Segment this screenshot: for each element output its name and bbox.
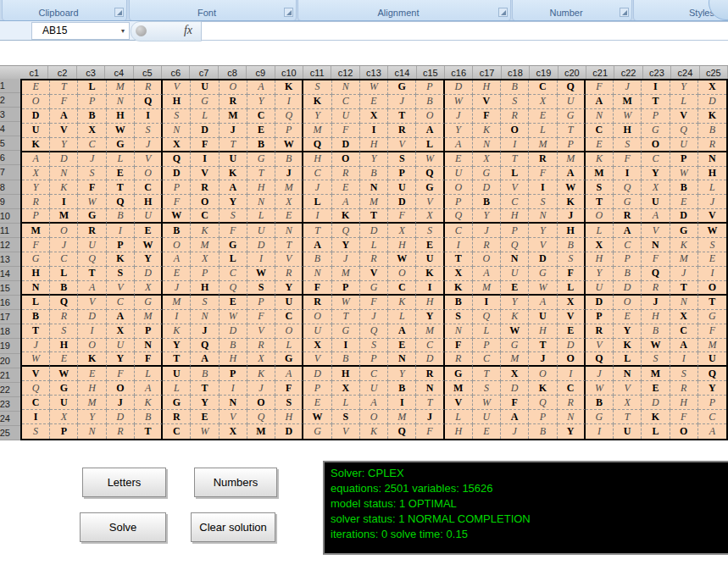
grid-cell-r5c6[interactable]: X [163, 138, 191, 152]
grid-cell-r17c18[interactable]: K [501, 310, 529, 324]
column-header[interactable]: c15 [417, 66, 445, 80]
grid-cell-r8c16[interactable]: O [445, 180, 473, 195]
grid-cell-r4c19[interactable]: L [529, 124, 557, 138]
grid-cell-r4c25[interactable]: B [698, 124, 726, 138]
grid-cell-r8c22[interactable]: Q [614, 180, 642, 195]
grid-cell-r10c15[interactable]: X [416, 209, 444, 224]
grid-cell-r14c10[interactable]: R [275, 267, 303, 281]
grid-cell-r12c23[interactable]: N [642, 238, 670, 252]
grid-cell-r7c3[interactable]: S [78, 167, 106, 181]
grid-cell-r4c9[interactable]: E [247, 124, 275, 138]
grid-cell-r19c18[interactable]: G [501, 339, 529, 353]
grid-cell-r24c21[interactable]: G [586, 410, 614, 424]
grid-cell-r21c20[interactable]: I [558, 367, 586, 381]
grid-cell-r22c5[interactable]: A [135, 381, 163, 396]
grid-cell-r6c20[interactable]: M [558, 152, 586, 167]
grid-cell-r21c2[interactable]: W [50, 367, 78, 381]
grid-cell-r18c18[interactable]: W [501, 324, 529, 339]
grid-cell-r5c23[interactable]: O [642, 138, 670, 152]
grid-cell-r8c13[interactable]: N [360, 180, 388, 195]
grid-cell-r21c11[interactable]: D [303, 367, 331, 381]
row-header[interactable]: r24 [0, 412, 20, 426]
grid-cell-r3c2[interactable]: A [50, 109, 78, 124]
grid-cell-r4c13[interactable]: I [360, 124, 388, 138]
grid-cell-r5c1[interactable]: K [22, 138, 50, 152]
grid-cell-r6c13[interactable]: Y [360, 152, 388, 167]
grid-cell-r18c1[interactable]: T [22, 324, 50, 339]
grid-cell-r21c10[interactable]: A [275, 367, 303, 381]
grid-cell-r19c10[interactable]: L [275, 339, 303, 353]
grid-cell-r15c8[interactable]: Q [220, 281, 247, 296]
grid-cell-r21c25[interactable]: Q [698, 367, 726, 381]
grid-cell-r6c12[interactable]: O [332, 152, 360, 167]
grid-cell-r7c10[interactable]: J [275, 167, 303, 181]
grid-cell-r4c22[interactable]: H [614, 124, 642, 138]
grid-cell-r11c25[interactable]: W [698, 224, 726, 238]
grid-cell-r7c5[interactable]: O [135, 167, 163, 181]
grid-cell-r13c21[interactable]: H [586, 252, 614, 267]
grid-cell-r19c13[interactable]: S [360, 339, 388, 353]
grid-cell-r3c23[interactable]: P [642, 109, 670, 124]
row-header[interactable]: r6 [0, 151, 20, 165]
grid-cell-r24c24[interactable]: F [670, 410, 698, 424]
grid-cell-r9c4[interactable]: Q [107, 195, 135, 209]
grid-cell-r19c24[interactable]: A [670, 339, 698, 353]
grid-cell-r9c12[interactable]: A [332, 195, 360, 209]
grid-cell-r3c8[interactable]: M [220, 109, 247, 124]
grid-cell-r3c10[interactable]: Q [275, 109, 303, 124]
grid-cell-r25c19[interactable]: B [529, 424, 557, 439]
grid-cell-r19c1[interactable]: J [22, 339, 50, 353]
grid-cell-r13c24[interactable]: M [670, 252, 698, 267]
grid-cell-r17c22[interactable]: E [614, 310, 642, 324]
grid-cell-r19c4[interactable]: U [107, 339, 135, 353]
grid-cell-r18c6[interactable]: K [163, 324, 191, 339]
grid-cell-r10c19[interactable]: N [529, 209, 557, 224]
grid-cell-r24c5[interactable]: B [135, 410, 163, 424]
grid-cell-r17c5[interactable]: M [135, 310, 163, 324]
grid-cell-r23c3[interactable]: M [78, 396, 106, 410]
grid-cell-r4c3[interactable]: X [78, 124, 106, 138]
grid-cell-r24c2[interactable]: X [50, 410, 78, 424]
grid-cell-r5c12[interactable]: D [332, 138, 360, 152]
grid-cell-r12c10[interactable]: T [275, 238, 303, 252]
grid-cell-r19c21[interactable]: V [586, 339, 614, 353]
grid-cell-r8c10[interactable]: M [275, 180, 303, 195]
grid-cell-r15c18[interactable]: E [501, 281, 529, 296]
grid-cell-r9c16[interactable]: P [445, 195, 473, 209]
grid-cell-r7c25[interactable]: H [698, 167, 726, 181]
grid-cell-r7c4[interactable]: E [107, 167, 135, 181]
grid-cell-r5c21[interactable]: E [586, 138, 614, 152]
grid-cell-r15c15[interactable]: I [416, 281, 444, 296]
grid-cell-r6c25[interactable]: N [698, 152, 726, 167]
grid-cell-r17c7[interactable]: N [191, 310, 219, 324]
row-header[interactable]: r7 [0, 165, 20, 180]
grid-cell-r18c24[interactable]: C [670, 324, 698, 339]
grid-cell-r11c17[interactable]: J [473, 224, 501, 238]
grid-cell-r1c12[interactable]: N [332, 80, 360, 95]
grid-cell-r3c6[interactable]: S [163, 109, 191, 124]
column-header[interactable]: c25 [700, 66, 728, 80]
column-header[interactable]: c14 [388, 66, 416, 80]
grid-cell-r25c23[interactable]: L [642, 424, 670, 439]
grid-cell-r6c1[interactable]: A [22, 152, 50, 167]
grid-cell-r19c15[interactable]: C [416, 339, 444, 353]
grid-cell-r5c4[interactable]: G [107, 138, 135, 152]
grid-cell-r11c3[interactable]: R [78, 224, 106, 238]
grid-cell-r8c3[interactable]: F [78, 180, 106, 195]
grid-cell-r21c6[interactable]: U [163, 367, 191, 381]
numbers-button[interactable]: Numbers [194, 468, 277, 497]
grid-cell-r7c7[interactable]: V [191, 167, 219, 181]
grid-cell-r23c5[interactable]: K [135, 396, 163, 410]
sheet-corner[interactable] [0, 65, 21, 80]
grid-cell-r1c10[interactable]: K [275, 80, 303, 95]
grid-cell-r17c24[interactable]: X [670, 310, 698, 324]
grid-cell-r23c15[interactable]: T [416, 396, 444, 410]
grid-cell-r5c9[interactable]: B [247, 138, 275, 152]
row-header[interactable]: r5 [0, 136, 20, 151]
grid-cell-r15c4[interactable]: V [107, 281, 135, 296]
grid-cell-r11c10[interactable]: N [275, 224, 303, 238]
grid-cell-r4c11[interactable]: M [303, 124, 331, 138]
row-header[interactable]: r23 [0, 397, 20, 412]
grid-cell-r15c25[interactable]: O [698, 281, 726, 296]
grid-cell-r24c8[interactable]: V [220, 410, 247, 424]
